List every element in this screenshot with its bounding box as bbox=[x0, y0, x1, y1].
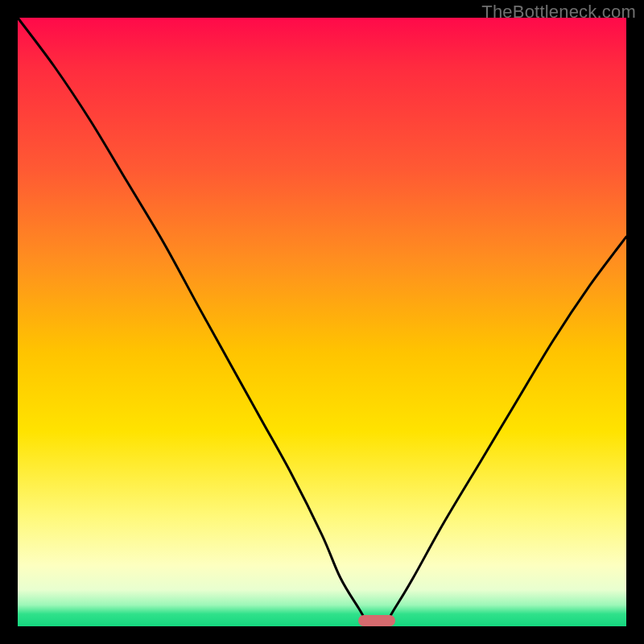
plot-area bbox=[18, 18, 626, 626]
watermark-text: TheBottleneck.com bbox=[481, 2, 636, 23]
optimal-range-marker bbox=[358, 615, 394, 626]
bottleneck-curve bbox=[18, 18, 626, 626]
chart-frame: TheBottleneck.com bbox=[0, 0, 644, 644]
